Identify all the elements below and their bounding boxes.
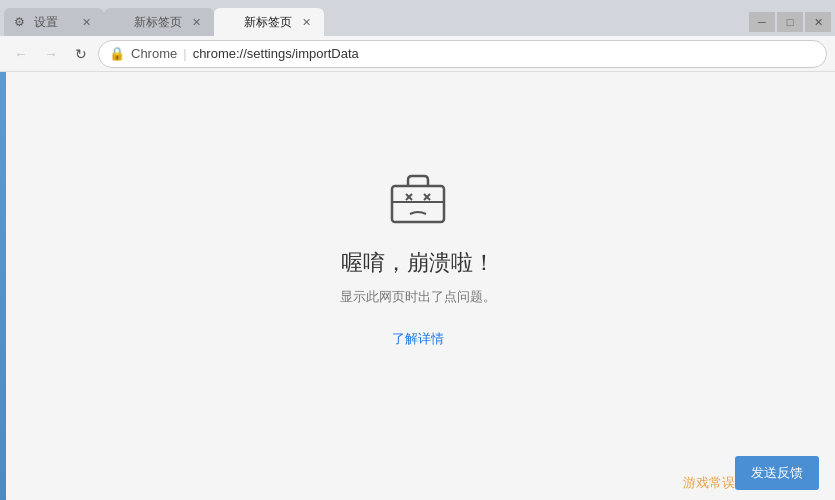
- tab-newtab2-close[interactable]: ✕: [298, 14, 314, 30]
- url-text: chrome://settings/importData: [193, 46, 359, 61]
- back-button[interactable]: ←: [8, 41, 34, 67]
- bottom-right-actions: 发送反馈: [735, 456, 819, 490]
- tab-newtab-2[interactable]: 新标签页 ✕: [214, 8, 324, 36]
- crash-subtitle: 显示此网页时出了点问题。: [340, 288, 496, 306]
- close-button[interactable]: ✕: [805, 12, 831, 32]
- newtab2-favicon: [224, 15, 238, 29]
- maximize-button[interactable]: □: [777, 12, 803, 32]
- feedback-button[interactable]: 发送反馈: [735, 456, 819, 490]
- window-controls: ─ □ ✕: [749, 8, 835, 36]
- crash-icon: [386, 164, 450, 228]
- settings-favicon: ⚙: [14, 15, 28, 29]
- tab-settings[interactable]: ⚙ 设置 ✕: [4, 8, 104, 36]
- watermark: 游戏常误: [683, 474, 735, 492]
- security-icon: 🔒: [109, 46, 125, 61]
- nav-bar: ← → ↻ 🔒 Chrome | chrome://settings/impor…: [0, 36, 835, 72]
- crash-title: 喔唷，崩溃啦！: [341, 248, 495, 278]
- url-separator: |: [183, 46, 186, 61]
- tab-settings-label: 设置: [34, 14, 72, 31]
- tab-bar: ⚙ 设置 ✕ 新标签页 ✕ 新标签页 ✕ ─ □ ✕: [0, 0, 835, 36]
- forward-button[interactable]: →: [38, 41, 64, 67]
- tab-newtab2-label: 新标签页: [244, 14, 292, 31]
- newtab1-favicon: [114, 15, 128, 29]
- crash-content: 喔唷，崩溃啦！ 显示此网页时出了点问题。 了解详情: [0, 72, 835, 500]
- svg-rect-0: [392, 186, 444, 222]
- tab-settings-close[interactable]: ✕: [78, 14, 94, 30]
- address-bar[interactable]: 🔒 Chrome | chrome://settings/importData: [98, 40, 827, 68]
- left-accent-bar: [0, 72, 6, 500]
- tab-newtab-1[interactable]: 新标签页 ✕: [104, 8, 214, 36]
- minimize-button[interactable]: ─: [749, 12, 775, 32]
- site-name: Chrome: [131, 46, 177, 61]
- tab-newtab1-label: 新标签页: [134, 14, 182, 31]
- learn-more-link[interactable]: 了解详情: [392, 330, 444, 348]
- tab-newtab1-close[interactable]: ✕: [188, 14, 204, 30]
- reload-button[interactable]: ↻: [68, 41, 94, 67]
- browser-content: 喔唷，崩溃啦！ 显示此网页时出了点问题。 了解详情 发送反馈 游戏常误: [0, 72, 835, 500]
